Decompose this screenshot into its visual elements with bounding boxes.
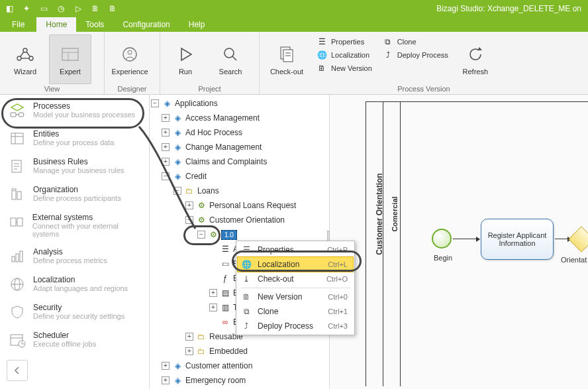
nav-processes[interactable]: ProcessesModel your business processes xyxy=(0,97,149,125)
globe-icon: 🌐 xyxy=(240,258,252,270)
expand-icon[interactable]: + xyxy=(185,333,193,341)
tree-item[interactable]: +◈Ad Hoc Process xyxy=(150,125,329,140)
tree-item[interactable]: +🗀Embedded xyxy=(150,344,329,359)
nav-scheduler[interactable]: SchedulerExecute offline jobs xyxy=(0,327,149,355)
nav-security[interactable]: SecurityDefine your security settings xyxy=(0,299,149,327)
refresh-icon xyxy=(465,44,486,65)
nav-analysis[interactable]: AnalysisDefine process metrics xyxy=(0,243,149,271)
svg-rect-6 xyxy=(62,48,78,60)
bpmn-gateway[interactable] xyxy=(568,226,588,252)
newversion-button[interactable]: 🗎 New Version xyxy=(313,62,376,74)
diagram-canvas[interactable]: Customer Orientation Comercial Begin Reg… xyxy=(330,95,588,389)
tree-customer-orientation[interactable]: −⚙Customer Orientation xyxy=(150,213,329,227)
ctx-checkout[interactable]: ⤓ Check-out Ctrl+O xyxy=(238,272,353,286)
expand-icon[interactable]: + xyxy=(162,143,170,151)
checkout-button[interactable]: Check-out xyxy=(264,34,310,84)
experience-label: Experience xyxy=(111,68,148,76)
ctx-separator xyxy=(240,288,350,288)
tree-loans[interactable]: −🗀Loans xyxy=(150,184,329,198)
search-button[interactable]: Search xyxy=(209,34,252,84)
expand-icon[interactable]: + xyxy=(209,304,217,311)
ctx-properties[interactable]: ☰ Properties Ctrl+P xyxy=(238,243,353,257)
localization-button[interactable]: 🌐 Localization xyxy=(313,49,376,61)
tree-item[interactable]: +◈Emergency room xyxy=(150,373,329,388)
wizard-icon xyxy=(15,44,36,65)
tree-applications[interactable]: −◈Applications xyxy=(150,96,329,111)
qat-diagram-icon[interactable]: ✦ xyxy=(21,3,32,14)
svg-line-13 xyxy=(232,56,236,60)
bpmn-sequence-flow[interactable] xyxy=(453,239,479,239)
ctx-deploy[interactable]: ⤴ Deploy Process Ctrl+3 xyxy=(238,319,353,333)
svg-rect-35 xyxy=(17,218,23,226)
tree-item[interactable]: +◈Customer attention xyxy=(150,359,329,373)
tab-tools[interactable]: Tools xyxy=(76,17,113,32)
collapse-icon[interactable]: − xyxy=(173,187,181,195)
svg-rect-38 xyxy=(16,254,19,262)
nav-localization[interactable]: LocalizationAdapt languages and regions xyxy=(0,271,149,299)
expert-button[interactable]: Expert xyxy=(49,34,91,84)
tree-item[interactable]: +◈Claims and Complaints xyxy=(150,154,329,169)
bpmn-task-label: Register Applicant Information xyxy=(484,231,550,247)
expressions-icon: ƒ xyxy=(220,273,230,284)
ribbon-tabs: File Home Tools Configuration Help xyxy=(0,17,588,32)
tab-home[interactable]: Home xyxy=(36,17,76,32)
refresh-button[interactable]: Refresh xyxy=(455,34,496,84)
bpmn-task[interactable]: Register Applicant Information xyxy=(481,219,554,260)
nav-rules[interactable]: Business RulesManage your business rules xyxy=(0,153,149,181)
globe-icon: 🌐 xyxy=(317,50,327,60)
nav-entities[interactable]: EntitiesDefine your process data xyxy=(0,125,149,153)
attributes-icon: ☰ xyxy=(220,244,230,254)
tab-configuration[interactable]: Configuration xyxy=(113,17,179,32)
qat-window-icon[interactable]: ▭ xyxy=(38,3,49,14)
bpmn-start-event[interactable] xyxy=(432,229,452,249)
cube-icon: ◈ xyxy=(172,375,183,386)
tab-file[interactable]: File xyxy=(5,17,36,32)
wizard-button[interactable]: Wizard xyxy=(4,34,46,84)
ctx-localization[interactable]: 🌐 Localization Ctrl+L xyxy=(238,257,353,272)
nav-org[interactable]: OrganizationDefine process participants xyxy=(0,181,149,209)
clone-button[interactable]: ⧉ Clone xyxy=(379,36,452,48)
expand-icon[interactable]: + xyxy=(162,114,170,122)
collapse-icon[interactable]: − xyxy=(197,231,205,239)
nav-analysis-sub: Define process metrics xyxy=(33,256,107,264)
lane-title: Comercial xyxy=(391,148,399,280)
tree-item[interactable]: +⚙Personal Loans Request xyxy=(150,198,329,213)
tree-credit[interactable]: −◈Credit xyxy=(150,169,329,184)
experience-button[interactable]: Experience xyxy=(109,34,151,84)
qat-clock-icon[interactable]: ◷ xyxy=(56,3,66,14)
forms-icon: ▭ xyxy=(220,258,230,269)
ctx-clone[interactable]: ⧉ Clone Ctrl+1 xyxy=(238,304,353,319)
nav-ext[interactable]: External systemsConnect with your extern… xyxy=(0,209,149,243)
copy-icon: ⧉ xyxy=(240,306,252,317)
ctx-label: Deploy Process xyxy=(258,321,313,331)
expand-icon[interactable]: + xyxy=(162,129,170,137)
tree-version[interactable]: −⚙1.0 xyxy=(150,227,329,242)
app-menu-icon[interactable]: ◧ xyxy=(4,3,15,14)
qat-play-icon[interactable]: ▷ xyxy=(73,3,83,14)
svg-rect-20 xyxy=(11,113,16,117)
collapse-icon[interactable]: − xyxy=(162,172,170,180)
expand-icon[interactable]: + xyxy=(162,362,170,370)
tree-label: Emergency room xyxy=(185,376,246,385)
collapse-icon[interactable]: − xyxy=(185,216,193,224)
rules-icon xyxy=(8,157,26,176)
run-button[interactable]: Run xyxy=(164,34,207,84)
deploy-button[interactable]: ⤴ Deploy Process xyxy=(379,49,452,61)
version-icon: ⚙ xyxy=(208,229,219,240)
svg-line-3 xyxy=(21,52,24,56)
qat-doc-icon[interactable]: 🗎 xyxy=(90,3,101,14)
expand-icon[interactable]: + xyxy=(162,376,170,384)
ctx-newversion[interactable]: 🗎 New Version Ctrl+0 xyxy=(238,290,353,304)
collapse-icon[interactable]: − xyxy=(151,99,159,107)
tab-help[interactable]: Help xyxy=(179,17,215,32)
expand-icon[interactable]: + xyxy=(162,158,170,166)
expand-icon[interactable]: + xyxy=(185,201,193,209)
tree-item[interactable]: +◈Change Management xyxy=(150,140,329,154)
qat-export-icon[interactable]: 🗎 xyxy=(107,3,118,14)
tree-item[interactable]: +◈Access Management xyxy=(150,111,329,125)
expand-icon[interactable]: + xyxy=(209,289,217,297)
cube-icon: ◈ xyxy=(172,361,183,371)
expand-icon[interactable]: + xyxy=(185,347,193,355)
properties-button[interactable]: ☰ Properties xyxy=(313,36,376,48)
nav-back-button[interactable] xyxy=(7,360,28,381)
